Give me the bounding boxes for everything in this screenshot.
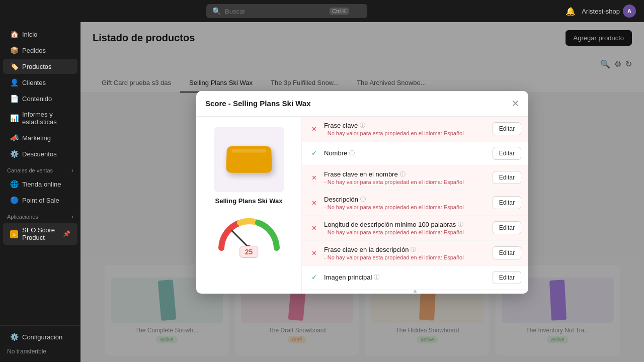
info-icon-frase-clave[interactable]: ⓘ — [360, 122, 365, 129]
sidebar-label-pedidos: Pedidos — [22, 47, 46, 54]
score-label-frase-descripcion: Frase clave en la descripción ⓘ — [324, 246, 488, 253]
orders-icon: 📦 — [10, 46, 18, 54]
modal-header: Score - Selling Plans Ski Wax ✕ — [196, 91, 528, 117]
apps-section-label: Aplicaciones — [7, 214, 38, 220]
score-row-imagen: ✓ Imagen principal ⓘ Editar — [302, 266, 528, 290]
sidebar-label-descuentos: Descuentos — [22, 150, 57, 158]
product-name-label: Selling Plans Ski Wax — [215, 197, 283, 205]
notification-bell[interactable]: 🔔 — [566, 7, 576, 16]
score-row-longitud: ✕ Longitud de descripción mínimo 100 pal… — [302, 216, 528, 241]
edit-button-longitud[interactable]: Editar — [493, 221, 521, 234]
edit-button-nombre[interactable]: Editar — [493, 147, 521, 160]
modal-left-panel: Selling Plans Ski Wax — [196, 117, 302, 294]
marketing-icon: 📣 — [10, 134, 18, 142]
score-label-frase-clave-nombre: Frase clave en el nombre ⓘ — [324, 170, 488, 178]
score-text-longitud: Longitud de descripción mínimo 100 palab… — [324, 221, 488, 235]
fail-icon-frase-clave: ✕ — [309, 124, 319, 134]
score-sublabel-frase-clave-nombre: - No hay valor para esta propiedad en el… — [324, 179, 488, 185]
score-text-nombre: Nombre ⓘ — [324, 149, 488, 157]
score-label-nombre: Nombre ⓘ — [324, 149, 488, 157]
user-menu[interactable]: Aristest-shop A — [582, 5, 636, 18]
fail-icon-longitud: ✕ — [309, 223, 319, 233]
modal-title: Score - Selling Plans Ski Wax — [205, 99, 311, 108]
customers-icon: 👤 — [10, 78, 18, 86]
gauge-score-value: 25 — [239, 246, 259, 258]
edit-button-frase-descripcion[interactable]: Editar — [493, 246, 521, 259]
score-sublabel-longitud: - No hay valor para esta propiedad en el… — [324, 229, 488, 235]
sidebar-item-config[interactable]: ⚙️ Configuración — [3, 329, 77, 344]
sidebar-item-marketing[interactable]: 📣 Marketing — [3, 130, 77, 145]
sidebar-item-contenido[interactable]: 📄 Contenido — [3, 91, 77, 106]
score-text-frase-descripcion: Frase clave en la descripción ⓘ - No hay… — [324, 246, 488, 260]
store-icon: 🌐 — [10, 180, 18, 188]
sidebar-label-config: Configuración — [22, 333, 62, 341]
fail-icon-frase-clave-nombre: ✕ — [309, 172, 319, 183]
scroll-dot — [414, 290, 417, 293]
info-icon-frase-descripcion[interactable]: ⓘ — [411, 246, 416, 253]
score-row-frase-clave-nombre: ✕ Frase clave en el nombre ⓘ - No hay va… — [302, 165, 528, 191]
modal-right-panel[interactable]: ✕ Frase clave ⓘ - No hay valor para esta… — [302, 117, 528, 294]
search-bar[interactable]: 🔍 Ctrl K — [206, 4, 367, 18]
sidebar-item-pos[interactable]: 🔵 Point of Sale — [3, 193, 77, 208]
sidebar-bottom: ⚙️ Configuración No transferible — [0, 325, 80, 358]
info-icon-nombre[interactable]: ⓘ — [349, 149, 355, 157]
info-icon-descripcion[interactable]: ⓘ — [360, 196, 366, 203]
sales-channels-section: Canales de ventas › — [0, 162, 80, 176]
seo-app-icon: S — [10, 229, 18, 238]
sales-channels-arrow[interactable]: › — [71, 167, 73, 174]
sidebar-label-productos: Productos — [22, 63, 52, 70]
products-icon: 🏷️ — [10, 62, 18, 70]
content-icon: 📄 — [10, 95, 18, 103]
sidebar-item-tienda[interactable]: 🌐 Tienda online — [3, 176, 77, 192]
sidebar-item-productos[interactable]: 🏷️ Productos — [3, 59, 77, 74]
score-row-frase-descripcion: ✕ Frase clave en la descripción ⓘ - No h… — [302, 241, 528, 266]
edit-button-imagen[interactable]: Editar — [493, 271, 521, 284]
sidebar: 🏠 Inicio 📦 Pedidos 🏷️ Productos 👤 Client… — [0, 22, 80, 362]
sidebar-label-inicio: Inicio — [22, 31, 37, 38]
sidebar-item-pedidos[interactable]: 📦 Pedidos — [3, 43, 77, 58]
sales-channels-label: Canales de ventas — [7, 167, 53, 173]
score-sublabel-frase-clave: - No hay valor para esta propiedad en el… — [324, 130, 488, 136]
sidebar-item-inicio[interactable]: 🏠 Inicio — [3, 27, 77, 42]
info-icon-imagen[interactable]: ⓘ — [374, 274, 379, 281]
discounts-icon: ⚙️ — [10, 150, 18, 158]
sidebar-item-informes[interactable]: 📊 Informes y estadísticas — [3, 107, 77, 129]
score-row-frase-clave: ✕ Frase clave ⓘ - No hay valor para esta… — [302, 117, 528, 142]
sidebar-item-descuentos[interactable]: ⚙️ Descuentos — [3, 146, 77, 161]
sidebar-label-contenido: Contenido — [22, 95, 52, 103]
fail-icon-frase-descripcion: ✕ — [309, 248, 319, 258]
main-content: Listado de productos Agregar producto 🔍 … — [80, 22, 644, 362]
modal-close-button[interactable]: ✕ — [512, 98, 519, 109]
search-shortcut: Ctrl K — [330, 8, 349, 15]
apps-section-arrow[interactable]: › — [71, 213, 73, 220]
sidebar-label-informes: Informes y estadísticas — [22, 111, 70, 126]
score-modal: Score - Selling Plans Ski Wax ✕ — [196, 91, 528, 294]
sidebar-item-seo[interactable]: S SEO Score Product 📌 — [3, 223, 77, 245]
pos-icon: 🔵 — [10, 196, 18, 204]
seo-pin-icon: 📌 — [63, 230, 70, 237]
sidebar-label-seo: SEO Score Product — [22, 226, 59, 241]
edit-button-descripcion[interactable]: Editar — [493, 196, 521, 209]
sidebar-label-pos: Point of Sale — [22, 197, 59, 204]
pass-icon-nombre: ✓ — [309, 148, 319, 158]
sidebar-label-tienda: Tienda online — [22, 180, 61, 188]
no-transfer-label: No transferible — [0, 345, 80, 358]
sidebar-label-marketing: Marketing — [22, 134, 51, 142]
info-icon-longitud[interactable]: ⓘ — [458, 221, 463, 228]
home-icon: 🏠 — [10, 30, 18, 38]
svg-line-0 — [232, 231, 249, 248]
score-text-frase-clave: Frase clave ⓘ - No hay valor para esta p… — [324, 122, 488, 136]
edit-button-frase-clave-nombre[interactable]: Editar — [493, 171, 521, 184]
info-icon-frase-nombre[interactable]: ⓘ — [400, 170, 406, 178]
sidebar-item-clientes[interactable]: 👤 Clientes — [3, 75, 77, 90]
search-input[interactable] — [225, 8, 326, 15]
score-sublabel-frase-descripcion: - No hay valor para esta propiedad en el… — [324, 254, 488, 260]
pass-icon-imagen: ✓ — [309, 273, 319, 283]
reports-icon: 📊 — [10, 114, 18, 122]
score-label-descripcion: Descripción ⓘ — [324, 196, 488, 203]
modal-overlay: Score - Selling Plans Ski Wax ✕ — [80, 22, 644, 362]
edit-button-frase-clave[interactable]: Editar — [493, 122, 521, 135]
score-sublabel-descripcion: - No hay valor para esta propiedad en el… — [324, 204, 488, 210]
score-label-imagen: Imagen principal ⓘ — [324, 274, 488, 281]
scroll-indicator — [302, 290, 528, 294]
